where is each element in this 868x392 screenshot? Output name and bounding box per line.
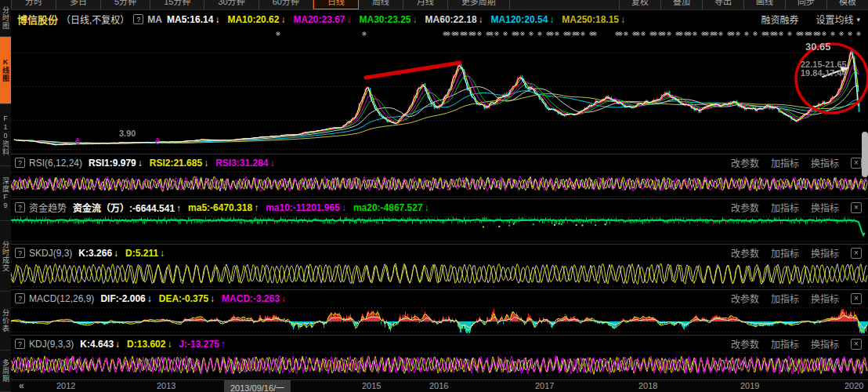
sidebar-item-price-table[interactable]: 分价表 — [0, 292, 11, 350]
button-adjust-rights[interactable]: 复权 — [619, 0, 660, 9]
dividend-marker-icon[interactable]: ĉ — [155, 136, 160, 146]
chevron-down-icon[interactable]: ▾ — [856, 16, 860, 24]
edit-params-button[interactable]: 改参数 — [731, 337, 759, 350]
button-overlay[interactable]: 叠加 — [660, 0, 702, 9]
switch-indicator-button[interactable]: 换指标 — [811, 292, 839, 305]
tab-5min[interactable]: 5分钟 — [101, 0, 150, 9]
add-indicator-button[interactable]: 加指标 — [771, 246, 799, 260]
help-icon[interactable]: ? — [15, 248, 25, 258]
switch-indicator-button[interactable]: 换指标 — [811, 337, 839, 350]
switch-indicator-button[interactable]: 换指标 — [811, 246, 839, 260]
macd-macd-readout: MACD:-3.263↓ — [222, 293, 286, 304]
kdj-indicator-name: KDJ(9,3,3) — [29, 339, 74, 350]
tab-30min[interactable]: 30分钟 — [204, 0, 259, 9]
sidebar-item-depth-f9[interactable]: 深度F9 — [0, 166, 11, 221]
ma-group-label: MA — [147, 14, 162, 25]
tab-weekly[interactable]: 周线 — [359, 0, 403, 9]
main-chart-header: 博信股份 （日线,不复权） ? MA MA5:16.14↓ MA10:20.62… — [11, 10, 868, 28]
tab-more-periods[interactable]: 更多周期 — [448, 0, 510, 9]
edit-params-button[interactable]: 改参数 — [731, 201, 759, 214]
kdj-k-readout: K:4.643↓ — [80, 339, 120, 350]
ma20-readout: MA20:23.67↓ — [293, 14, 351, 25]
margin-trading-link[interactable]: 融资融券 — [761, 13, 798, 26]
axis-tick-2020: 2020 — [844, 381, 863, 390]
add-indicator-button[interactable]: 加指标 — [771, 201, 799, 214]
vertical-scrollbar-thumb[interactable] — [862, 132, 868, 177]
tab-60min[interactable]: 60分钟 — [259, 0, 313, 9]
main-chart-canvas[interactable] — [11, 28, 868, 154]
add-indicator-button[interactable]: 加指标 — [771, 337, 799, 350]
skdj-k-readout: K:3.266↓ — [78, 248, 118, 259]
chart-mode-label: （日线,不复权） — [61, 13, 129, 26]
axis-tick-2013: 2013 — [157, 381, 175, 390]
rsi-canvas[interactable] — [11, 171, 868, 198]
edit-params-button[interactable]: 改参数 — [731, 292, 759, 305]
sidebar-item-kline-chart[interactable]: K线图 — [0, 37, 11, 104]
edit-params-button[interactable]: 改参数 — [731, 246, 759, 260]
sidebar-item-f10-info[interactable]: F10资料 — [0, 104, 11, 166]
macd-canvas[interactable] — [11, 307, 868, 333]
sidebar-item-tick-trades[interactable]: 分时成交 — [0, 221, 11, 292]
rsi3-readout: RSI3:31.284↓ — [215, 158, 274, 169]
macd-dea-readout: DEA:-0.375↓ — [159, 293, 215, 304]
skdj-panel-header: ? SKDJ(9,3) K:3.266↓ D:5.211↓ 改参数 加指标 换指… — [11, 244, 868, 261]
tab-monthly[interactable]: 月线 — [403, 0, 448, 9]
help-icon[interactable]: ? — [133, 14, 143, 24]
rsi-panel-header: ? RSI(6,12,24) RSI1:9.979↓ RSI2:21.685↓ … — [11, 154, 868, 171]
period-tab-bar: 分时 多日 5分钟 15分钟 30分钟 60分钟 日线 周线 月线 更多周期 复… — [11, 0, 868, 10]
low-price-label: 3.90 — [119, 129, 136, 138]
help-icon[interactable]: ? — [15, 202, 25, 212]
gap-range-label-2: 19.84-17.44 — [801, 68, 847, 78]
switch-indicator-button[interactable]: 换指标 — [811, 201, 839, 214]
button-sync[interactable]: 同步 — [785, 0, 826, 9]
tab-timeshare[interactable]: 分时 — [11, 0, 56, 9]
skdj-d-readout: D:5.211↓ — [125, 248, 165, 259]
ma60-readout: MA60:22.18↓ — [425, 14, 483, 25]
sidebar-item-multi-period[interactable]: 多周期 — [0, 350, 11, 392]
switch-indicator-button[interactable]: 换指标 — [811, 156, 839, 169]
help-icon[interactable]: ? — [15, 293, 25, 303]
ma250-readout: MA250:18.15↓ — [562, 14, 625, 25]
axis-tick-2016: 2016 — [429, 381, 448, 390]
tab-multiday[interactable]: 多日 — [56, 0, 101, 9]
edit-params-button[interactable]: 改参数 — [731, 156, 759, 169]
rsi-indicator-name: RSI(6,12,24) — [29, 158, 82, 169]
kdj-j-readout: J:-13.275↑ — [179, 339, 225, 350]
close-icon[interactable]: × — [851, 339, 862, 350]
ma10-readout: MA10:20.62↓ — [227, 14, 285, 25]
tab-15min[interactable]: 15分钟 — [150, 0, 204, 9]
kdj-d-readout: D:13.602↓ — [127, 339, 172, 350]
button-template[interactable]: 模板 — [826, 0, 868, 9]
button-export[interactable]: 导出 — [702, 0, 743, 9]
kdj-canvas[interactable] — [11, 352, 868, 379]
help-icon[interactable]: ? — [15, 158, 25, 168]
macd-panel-header: ? MACD(12,26,9) DIF:-2.006↓ DEA:-0.375↓ … — [11, 289, 868, 307]
fund-canvas[interactable] — [11, 216, 868, 242]
close-icon[interactable]: × — [851, 293, 862, 304]
add-indicator-button[interactable]: 加指标 — [771, 156, 799, 169]
close-icon[interactable]: × — [851, 158, 862, 169]
left-sidebar: 分时图 K线图 F10资料 深度F9 分时成交 分价表 多周期 — [0, 0, 11, 392]
tab-daily[interactable]: 日线 — [313, 0, 359, 9]
fund-ma10-readout: ma10:-11201.965↓ — [266, 202, 346, 213]
set-ma-dropdown[interactable]: 设置均线 — [816, 13, 853, 26]
ma30-readout: MA30:23.25↓ — [360, 14, 418, 25]
button-draw-line[interactable]: 画线 — [743, 0, 785, 9]
add-indicator-button[interactable]: 加指标 — [771, 292, 799, 305]
scroll-left-button[interactable]: « — [19, 380, 24, 391]
trading-app-window: 分时 多日 5分钟 15分钟 30分钟 60分钟 日线 周线 月线 更多周期 复… — [0, 0, 868, 392]
fund-indicator-name: 资金趋势 — [29, 201, 67, 214]
help-icon[interactable]: ? — [15, 339, 25, 349]
time-axis: « 2012 2013 2013/09/16/一 2015 2016 2017 … — [11, 379, 868, 392]
sidebar-item-timeshare-chart[interactable]: 分时图 — [0, 0, 11, 37]
dividend-marker-icon[interactable]: ĉ — [75, 136, 80, 146]
close-icon[interactable]: × — [851, 202, 862, 213]
rsi2-readout: RSI2:21.685↓ — [150, 158, 208, 169]
close-icon[interactable]: × — [851, 248, 862, 259]
crosshair-date-label: 2013/09/16/一 — [224, 380, 291, 392]
stock-name: 博信股份 — [17, 12, 58, 27]
peak-price-label: 30.65 — [805, 41, 831, 53]
kdj-panel-header: ? KDJ(9,3,3) K:4.643↓ D:13.602↓ J:-13.27… — [11, 335, 868, 352]
skdj-canvas[interactable] — [11, 261, 868, 288]
axis-tick-2017: 2017 — [535, 381, 554, 390]
